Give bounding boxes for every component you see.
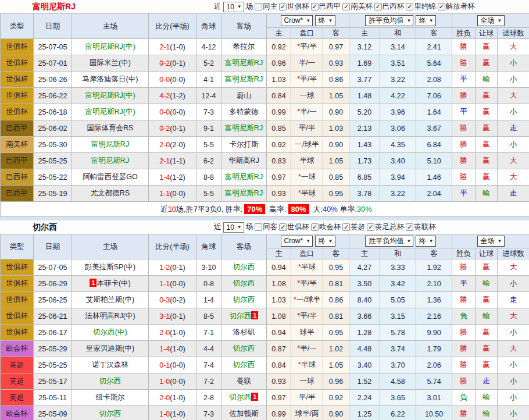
- league-checkbox[interactable]: ✓世俱杯: [279, 222, 309, 232]
- wdl-average-select[interactable]: 胜平负均值▼: [365, 15, 413, 26]
- match-row: 世俱杯25-06-26马摩洛迪落日(中)0-0(0-0)4-1富明尼斯RJ1.0…: [1, 72, 529, 88]
- asia-away-odds: 0.92: [323, 390, 349, 406]
- away-team-name: 切尔西: [233, 361, 255, 369]
- recent-count-select[interactable]: 10▼: [223, 222, 244, 233]
- euro-final-select[interactable]: 终▼: [416, 236, 436, 247]
- scope-select[interactable]: 全场▼: [477, 15, 505, 26]
- league-checkbox[interactable]: ✓英超: [342, 222, 365, 232]
- match-row: 世俱杯25-06-21法林明高RJ(中)3-1(0-1)8-5切尔西11.08*…: [1, 308, 529, 325]
- home-team: 切尔西: [72, 373, 149, 390]
- goals-result: 小: [498, 390, 529, 406]
- league-checkbox[interactable]: ✓南美杯: [342, 2, 373, 12]
- league-badge: 世俱杯: [1, 72, 34, 88]
- league-checkbox[interactable]: ✓巴西杯: [374, 2, 405, 12]
- checkbox-unchecked-icon[interactable]: [255, 3, 262, 10]
- col-subheader: 和: [380, 28, 416, 39]
- away-team-name: 切尔西: [233, 263, 255, 271]
- asia-home-odds: 0.83: [267, 153, 291, 169]
- euro-final-select[interactable]: 终▼: [416, 15, 436, 26]
- checkbox-checked-icon[interactable]: ✓: [438, 3, 445, 10]
- corner-count: 0-8: [196, 276, 221, 292]
- league-checkbox[interactable]: ✓英足总杯: [367, 222, 404, 232]
- euro-draw-odds: 5.78: [380, 325, 416, 341]
- away-team-name: 洛杉矶: [233, 328, 255, 336]
- asia-odds-group: Crow*▼ 终▼: [267, 234, 349, 248]
- same-venue-checkbox[interactable]: 同主: [255, 2, 277, 12]
- wdl-result: 勝: [452, 325, 476, 341]
- handicap-line: *半/一: [291, 104, 323, 120]
- home-team-name: 艾斯柏兰斯(中): [86, 296, 134, 304]
- fulltime-score: 0-0: [159, 108, 170, 116]
- goals-result-glyph: 小: [510, 279, 517, 287]
- handicap-result-glyph: 赢: [482, 140, 490, 148]
- wdl-result: 平: [452, 104, 476, 120]
- team-section: 富明尼斯RJ近10▼场同主✓世俱杯✓巴西甲✓南美杯✓巴西杯✓里约锦✓解放者杯类型…: [0, 0, 529, 217]
- recent-count-select[interactable]: 10▼: [223, 2, 244, 12]
- league-checkbox[interactable]: ✓世俱杯: [279, 2, 309, 12]
- league-checkbox[interactable]: ✓巴西甲: [311, 2, 341, 12]
- asia-final-select[interactable]: 终▼: [315, 236, 335, 247]
- checkbox-checked-icon[interactable]: ✓: [406, 223, 413, 231]
- asia-final-select-value: 终: [319, 16, 326, 26]
- asia-away-odds: 0.95: [323, 259, 349, 276]
- euro-odds-group: 胜平负均值▼ 终▼: [349, 234, 452, 248]
- euro-home-odds: 4.48: [349, 341, 380, 357]
- matches-table: 类型日期主场比分(半场)角球客场Crow*▼ 终▼胜平负均值▼ 终▼全场▼主盘口…: [0, 234, 529, 420]
- league-badge: 英超: [1, 390, 34, 406]
- handicap-result: 輸: [476, 276, 498, 292]
- score-cell: 1-1(0-0): [149, 276, 196, 292]
- league-checkbox[interactable]: ✓欧会杯: [311, 222, 341, 232]
- checkbox-checked-icon[interactable]: ✓: [311, 223, 319, 231]
- away-team-name: 希拉尔: [233, 42, 255, 51]
- wdl-result-glyph: 平: [460, 108, 467, 116]
- summary-segment: 30%: [357, 205, 372, 213]
- checkbox-checked-icon[interactable]: ✓: [311, 3, 319, 10]
- checkbox-checked-icon[interactable]: ✓: [279, 3, 287, 10]
- match-row: 巴西甲25-05-25富明尼斯RJ2-1(1-1)6-2华斯高RJ0.83半球1…: [1, 153, 529, 169]
- asia-home-odds: 0.84: [267, 88, 291, 104]
- scope-select[interactable]: 全场▼: [477, 236, 505, 247]
- league-checkbox[interactable]: ✓英联杯: [406, 222, 436, 232]
- asia-home-odds: 0.87: [267, 341, 291, 357]
- league-checkbox[interactable]: ✓里约锦: [406, 2, 436, 12]
- fulltime-score: 0-0: [159, 76, 170, 84]
- league-checkbox-label: 欧会杯: [319, 222, 341, 232]
- away-team: 切尔西1: [221, 308, 267, 325]
- checkbox-unchecked-icon[interactable]: [255, 223, 262, 231]
- summary-row: 近10场,胜7平3负0, 胜率:70% 赢率:80% 大:40% 单率:30%: [1, 202, 529, 217]
- same-venue-checkbox[interactable]: 同客: [255, 222, 277, 232]
- league-checkbox[interactable]: ✓解放者杯: [438, 2, 475, 12]
- handicap-result-glyph: 赢: [482, 263, 490, 271]
- asia-final-select[interactable]: 终▼: [315, 15, 335, 26]
- col-subheader: 主: [349, 248, 380, 259]
- wdl-average-select[interactable]: 胜平负均值▼: [365, 236, 413, 247]
- match-row: 世俱杯25-06-22富明尼斯RJ(中)4-2(1-2)12-4蔚山0.84一球…: [1, 88, 529, 104]
- odds-company-select[interactable]: Crow*▼: [281, 236, 313, 247]
- asia-away-odds: 0.93: [323, 55, 349, 72]
- handicap-result-glyph: 輸: [482, 75, 490, 83]
- wdl-result: 負: [452, 390, 476, 406]
- checkbox-checked-icon[interactable]: ✓: [406, 3, 413, 10]
- euro-home-odds: 1.28: [349, 325, 380, 341]
- handicap-line: 半/一: [291, 55, 323, 72]
- checkbox-checked-icon[interactable]: ✓: [279, 223, 287, 231]
- col-subheader: 盘口: [291, 248, 323, 259]
- odds-company-select[interactable]: Crow*▼: [281, 15, 313, 26]
- col-header: 类型: [1, 234, 34, 259]
- wdl-result: 勝: [452, 341, 476, 357]
- odds-company-select-value: Crow*: [284, 16, 303, 24]
- handicap-line-text: 球半: [300, 328, 314, 336]
- checkbox-checked-icon[interactable]: ✓: [342, 223, 350, 231]
- league-badge: 欧会杯: [1, 406, 34, 420]
- euro-home-odds: 3.77: [349, 72, 380, 88]
- handicap-line-text: 半/一: [299, 59, 315, 67]
- home-team-name: 彭美拉斯SP(中): [85, 263, 136, 271]
- checkbox-checked-icon[interactable]: ✓: [367, 223, 374, 231]
- league-checkbox-label: 巴西杯: [383, 2, 405, 12]
- halftime-score: (0-0): [170, 76, 185, 84]
- checkbox-checked-icon[interactable]: ✓: [374, 3, 382, 10]
- checkbox-checked-icon[interactable]: ✓: [342, 3, 350, 10]
- match-date: 25-06-02: [34, 120, 72, 137]
- chevron-down-icon: ▼: [406, 239, 411, 244]
- col-subheader: 让球: [476, 28, 498, 39]
